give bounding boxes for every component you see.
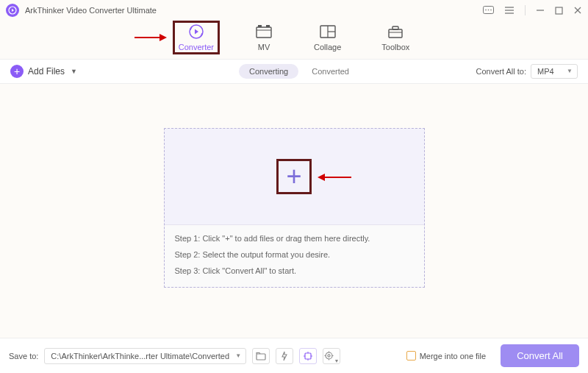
svg-rect-9 — [556, 7, 562, 14]
dropzone[interactable]: + Step 1: Click "+" to add files or drag… — [164, 128, 425, 288]
tab-label: Collage — [314, 43, 341, 51]
gpu-accel-button[interactable] — [299, 348, 317, 364]
plus-icon: + — [286, 163, 301, 190]
annotation-highlight — [173, 21, 220, 54]
svg-rect-15 — [266, 25, 270, 27]
add-file-plus-button[interactable]: + — [276, 159, 312, 194]
tab-label: MV — [258, 43, 270, 51]
hardware-accel-button[interactable] — [276, 348, 293, 364]
main-tabs: Converter MV Collage Toolbox — [0, 21, 588, 59]
step-text: Step 2: Select the output format you des… — [175, 250, 414, 259]
menu-icon[interactable] — [504, 6, 514, 15]
save-to-label: Save to: — [9, 352, 38, 360]
checkbox-icon — [406, 351, 416, 360]
chevron-down-icon: ▼ — [334, 358, 340, 363]
toolbox-icon — [386, 24, 405, 40]
save-path-select[interactable]: C:\ArkThinker\ArkThinke...rter Ultimate\… — [44, 348, 246, 364]
tab-mv[interactable]: MV — [254, 24, 273, 51]
step-text: Step 1: Click "+" to add files or drag t… — [175, 234, 414, 243]
app-title: ArkThinker Video Converter Ultimate — [25, 6, 483, 15]
mv-icon — [254, 24, 273, 40]
tab-label: Toolbox — [381, 43, 409, 51]
tab-converting[interactable]: Converting — [239, 64, 298, 79]
output-format-select[interactable]: MP4 — [531, 64, 578, 79]
tab-converted[interactable]: Converted — [312, 67, 349, 76]
svg-point-2 — [485, 9, 487, 10]
merge-checkbox[interactable]: Merge into one file — [406, 351, 487, 360]
instructions: Step 1: Click "+" to add files or drag t… — [165, 224, 424, 287]
tab-converter[interactable]: Converter — [179, 24, 214, 51]
svg-rect-21 — [392, 26, 398, 29]
maximize-icon[interactable] — [555, 7, 563, 15]
open-folder-button[interactable] — [252, 348, 270, 364]
add-files-label: Add Files — [28, 66, 65, 77]
app-logo — [6, 4, 19, 17]
feedback-icon[interactable] — [483, 6, 494, 15]
merge-label: Merge into one file — [420, 352, 487, 360]
annotation-arrow — [318, 174, 351, 181]
convert-all-to-label: Convert All to: — [476, 67, 526, 76]
collage-icon — [318, 24, 337, 40]
tab-collage[interactable]: Collage — [314, 24, 341, 51]
toolbar: + Add Files ▼ Converting Converted Conve… — [0, 59, 588, 84]
minimize-icon[interactable] — [536, 6, 545, 15]
plus-icon: + — [10, 65, 24, 78]
step-text: Step 3: Click "Convert All" to start. — [175, 266, 414, 275]
svg-point-30 — [327, 355, 329, 357]
add-files-button[interactable]: + Add Files ▼ — [10, 65, 77, 78]
svg-point-4 — [490, 9, 492, 10]
settings-button[interactable]: ▼ — [323, 348, 340, 364]
svg-rect-24 — [305, 353, 311, 359]
svg-rect-13 — [257, 27, 271, 38]
divider — [525, 5, 526, 15]
annotation-arrow — [135, 34, 167, 41]
titlebar: ArkThinker Video Converter Ultimate — [0, 0, 588, 21]
main-area: + Step 1: Click "+" to add files or drag… — [0, 84, 588, 288]
tab-toolbox[interactable]: Toolbox — [381, 24, 409, 51]
svg-point-3 — [488, 9, 490, 10]
chevron-down-icon: ▼ — [71, 68, 77, 75]
svg-rect-14 — [258, 25, 262, 27]
close-icon[interactable] — [573, 6, 582, 15]
svg-point-29 — [326, 352, 332, 359]
bottom-bar: Save to: C:\ArkThinker\ArkThinke...rter … — [0, 338, 588, 373]
svg-rect-20 — [389, 29, 402, 38]
convert-all-button[interactable]: Convert All — [501, 344, 579, 367]
svg-rect-23 — [257, 354, 265, 360]
